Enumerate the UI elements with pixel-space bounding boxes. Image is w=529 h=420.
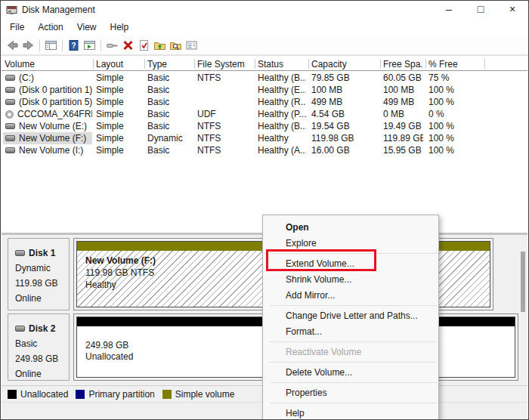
col-header-status[interactable]: Status bbox=[255, 59, 306, 70]
delete-volume-icon[interactable] bbox=[120, 38, 136, 53]
col-header-volume[interactable]: Volume bbox=[2, 59, 93, 70]
vertical-scrollbar[interactable] bbox=[521, 252, 525, 312]
cell-type: Basic bbox=[144, 73, 191, 83]
back-icon[interactable] bbox=[5, 38, 20, 53]
drive-icon bbox=[5, 147, 15, 153]
simple-volume-swatch bbox=[162, 390, 172, 399]
cell-layout: Simple bbox=[93, 109, 141, 119]
disk-management-window: Disk Management – □ × File Action View H… bbox=[0, 0, 529, 420]
col-header-free-space[interactable]: Free Spa... bbox=[380, 59, 423, 70]
explore-folder-icon[interactable] bbox=[168, 38, 184, 53]
menu-item-format[interactable]: Format... bbox=[263, 324, 438, 340]
menu-separator bbox=[270, 305, 437, 306]
properties-list-icon[interactable] bbox=[184, 38, 200, 53]
open-folder-icon[interactable] bbox=[152, 38, 168, 53]
table-row[interactable]: (C:) Simple Basic NTFS Healthy (B... 79.… bbox=[2, 72, 527, 84]
menu-item-open[interactable]: Open bbox=[263, 220, 438, 236]
cell-type: Basic bbox=[144, 85, 191, 95]
cell-pct-free: 100 % bbox=[425, 133, 481, 144]
volume-name: New Volume (I:) bbox=[19, 145, 83, 156]
disk1-label-panel[interactable]: Disk 1 Dynamic 119.98 GB Online bbox=[8, 238, 70, 310]
cell-pct-free: 100 % bbox=[425, 145, 481, 156]
col-header-type[interactable]: Type bbox=[144, 59, 191, 70]
disk1-size: 119.98 GB bbox=[15, 276, 69, 291]
cell-type: Basic bbox=[144, 121, 191, 131]
toolbar-separator bbox=[62, 39, 63, 51]
disk-icon bbox=[15, 250, 25, 256]
menu-item-help[interactable]: Help bbox=[263, 406, 438, 420]
menu-item-add-mirror[interactable]: Add Mirror... bbox=[263, 288, 438, 304]
close-button[interactable]: × bbox=[497, 1, 528, 18]
tool-icon[interactable] bbox=[104, 38, 120, 53]
cell-free-space: 119.89 GB bbox=[380, 133, 423, 144]
cell-capacity: 119.98 GB bbox=[308, 133, 378, 144]
cell-capacity: 16.00 GB bbox=[308, 145, 378, 156]
show-console-tree-icon[interactable] bbox=[43, 38, 59, 53]
cell-pct-free: 75 % bbox=[425, 73, 481, 83]
column-divider[interactable] bbox=[380, 59, 381, 69]
forward-icon[interactable] bbox=[20, 38, 36, 53]
disk1-status: Online bbox=[15, 291, 69, 306]
menu-item-properties[interactable]: Properties bbox=[263, 385, 438, 401]
cell-type: Basic bbox=[144, 97, 191, 107]
menu-item-change-drive-letter[interactable]: Change Drive Letter and Paths... bbox=[263, 308, 438, 324]
col-header-pct-free[interactable]: % Free bbox=[425, 59, 481, 70]
menu-view[interactable]: View bbox=[70, 20, 104, 34]
volume-name: (Disk 0 partition 1) bbox=[19, 85, 92, 95]
cell-pct-free: 0 % bbox=[425, 109, 481, 119]
volume-name: New Volume (E:) bbox=[19, 121, 87, 131]
column-divider[interactable] bbox=[194, 59, 195, 69]
toolbar: ? bbox=[1, 36, 528, 56]
column-divider[interactable] bbox=[144, 59, 145, 69]
cd-icon bbox=[5, 110, 14, 119]
drive-icon bbox=[5, 75, 15, 81]
table-row[interactable]: (Disk 0 partition 5) Simple Basic Health… bbox=[2, 96, 527, 108]
col-header-file-system[interactable]: File System bbox=[194, 59, 252, 70]
cell-file-system: NTFS bbox=[194, 73, 252, 83]
minimize-button[interactable]: – bbox=[433, 1, 465, 18]
cell-file-system: UDF bbox=[194, 109, 252, 119]
disk2-name: Disk 2 bbox=[29, 321, 55, 336]
column-divider[interactable] bbox=[308, 59, 309, 69]
legend-item: Unallocated bbox=[8, 389, 68, 400]
cell-layout: Simple bbox=[93, 85, 141, 95]
cell-file-system: NTFS bbox=[194, 121, 252, 131]
primary-partition-swatch bbox=[76, 390, 85, 399]
cell-layout: Simple bbox=[93, 73, 141, 83]
cell-capacity: 499 MB bbox=[308, 97, 378, 107]
legend-item: Primary partition bbox=[76, 389, 154, 400]
menu-item-shrink-volume[interactable]: Shrink Volume... bbox=[263, 272, 438, 288]
cell-capacity: 19.54 GB bbox=[308, 121, 378, 131]
cell-status: Healthy (A... bbox=[255, 145, 306, 156]
column-divider[interactable] bbox=[484, 59, 485, 69]
col-header-capacity[interactable]: Capacity bbox=[308, 59, 378, 70]
cell-capacity: 79.85 GB bbox=[308, 73, 378, 83]
title-bar: Disk Management – □ × bbox=[1, 1, 528, 18]
legend-label: Unallocated bbox=[20, 389, 68, 400]
help-icon[interactable]: ? bbox=[66, 38, 82, 53]
column-divider[interactable] bbox=[255, 59, 255, 69]
column-divider[interactable] bbox=[93, 59, 94, 69]
disk2-size: 249.98 GB bbox=[15, 351, 69, 366]
cell-capacity: 100 MB bbox=[308, 85, 378, 95]
menu-help[interactable]: Help bbox=[104, 20, 136, 34]
mark-active-icon[interactable] bbox=[136, 38, 152, 53]
volume-name: CCCOMA_X64FRE... bbox=[17, 109, 92, 119]
disk2-status: Online bbox=[15, 366, 69, 381]
show-action-pane-icon[interactable] bbox=[82, 38, 97, 53]
disk2-label-panel[interactable]: Disk 2 Basic 249.98 GB Online bbox=[8, 313, 70, 381]
disk-icon bbox=[15, 326, 25, 332]
col-header-layout[interactable]: Layout bbox=[93, 59, 141, 70]
maximize-button[interactable]: □ bbox=[465, 1, 497, 18]
table-row[interactable]: New Volume (I:) Simple Basic NTFS Health… bbox=[2, 144, 527, 156]
menu-item-delete-volume[interactable]: Delete Volume... bbox=[263, 365, 438, 381]
cell-layout: Simple bbox=[93, 97, 141, 107]
table-row[interactable]: New Volume (E:) Simple Basic NTFS Health… bbox=[2, 120, 527, 132]
table-row[interactable]: CCCOMA_X64FRE... Simple Basic UDF Health… bbox=[2, 108, 527, 120]
menu-action[interactable]: Action bbox=[31, 20, 70, 34]
column-divider[interactable] bbox=[425, 59, 426, 69]
drive-icon bbox=[5, 99, 15, 105]
table-row[interactable]: (Disk 0 partition 1) Simple Basic Health… bbox=[2, 84, 527, 96]
table-row-selected[interactable]: New Volume (F:) Simple Dynamic NTFS Heal… bbox=[2, 132, 527, 144]
menu-file[interactable]: File bbox=[3, 20, 31, 34]
